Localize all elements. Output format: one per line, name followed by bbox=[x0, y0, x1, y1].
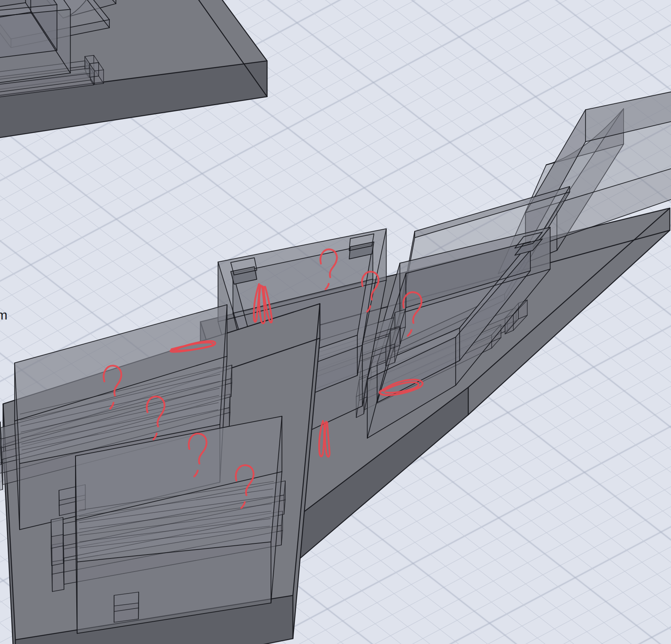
assembly-top-left bbox=[0, 0, 267, 153]
carriage-2-tab[interactable] bbox=[114, 592, 139, 622]
rail-L2-a-cap[interactable] bbox=[51, 518, 64, 566]
scene-svg bbox=[0, 0, 671, 644]
cad-3d-viewport[interactable]: m bbox=[0, 0, 671, 644]
assembly-left-carriages bbox=[0, 304, 320, 644]
dimension-label: m bbox=[0, 308, 7, 321]
